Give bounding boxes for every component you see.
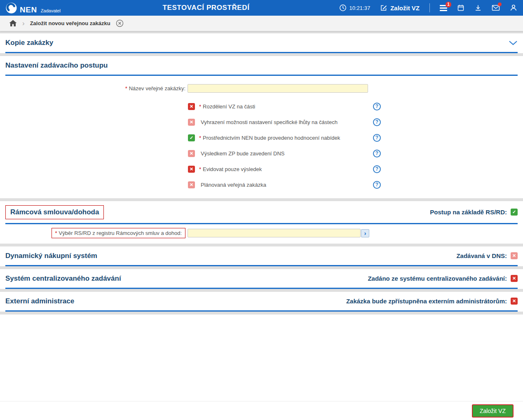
toggle-rozdeleni-vz: *Rozdělení VZ na části ?	[188, 99, 518, 114]
checkbox-cross-icon[interactable]	[188, 119, 195, 126]
toggle-hodnoceni-nen: *Prostřednictvím NEN bude provedeno hodn…	[188, 130, 518, 145]
section-header: Systém centralizovaného zadávání Zadáno …	[5, 269, 518, 289]
central-status-label: Zadáno ze systému centralizovaného zadáv…	[368, 275, 507, 282]
clock: 10:21:37	[339, 4, 371, 12]
checkbox-cross-icon[interactable]	[188, 150, 195, 157]
dns-status: Zadávaná v DNS:	[456, 252, 518, 259]
calendar-button[interactable]	[457, 4, 464, 12]
section-title-externi: Externí administrace	[5, 297, 74, 305]
status-cross-icon[interactable]	[511, 252, 518, 259]
user-button[interactable]	[510, 4, 517, 12]
nazev-vz-input[interactable]	[188, 84, 368, 93]
toggle-label: *Prostřednictvím NEN bude provedeno hodn…	[199, 135, 340, 141]
section-header: Kopie zakázky	[5, 33, 518, 53]
empty-content-area	[0, 314, 523, 401]
toggle-zavedeni-dns: Výsledkem ZP bude zavedení DNS ?	[188, 145, 518, 161]
menu-badge: 1	[446, 2, 451, 7]
status-cross-icon[interactable]	[511, 275, 518, 282]
toggle-label: Plánovaná veřejná zakázka	[199, 182, 266, 188]
nen-logo[interactable]: NEN Zadavatel	[6, 2, 61, 14]
rs-rd-label-text: Výběr RS/RD z registru Rámcových smluv a…	[59, 230, 182, 236]
section-header: Nastavení zadávacího postupu	[5, 56, 518, 76]
menu-button[interactable]: 1	[440, 5, 447, 11]
section-dns: Dynamický nákupní systém Zadávaná v DNS:	[0, 246, 523, 266]
checkbox-check-icon[interactable]	[188, 134, 195, 141]
messages-button[interactable]	[492, 5, 500, 11]
section-title-nastaveni: Nastavení zadávacího postupu	[5, 61, 108, 70]
section-title-kopie: Kopie zakázky	[5, 39, 53, 47]
rs-rd-input-group: ›	[188, 229, 369, 237]
ramcova-title-highlight: Rámcová smlouva/dohoda	[5, 205, 104, 219]
close-tab-button[interactable]	[116, 19, 124, 27]
toggle-label-text: Rozdělení VZ na části	[203, 103, 255, 110]
help-icon[interactable]: ?	[373, 181, 381, 189]
rs-rd-input[interactable]	[188, 229, 361, 237]
section-centralizovane-zadavani: Systém centralizovaného zadávání Zadáno …	[0, 269, 523, 289]
toggle-planovana-vz: Plánovaná veřejná zakázka ?	[188, 177, 518, 192]
header-divider	[429, 3, 430, 12]
section-externi-administrace: Externí administrace Zakázka bude zpříst…	[0, 292, 523, 312]
help-icon[interactable]: ?	[373, 103, 381, 110]
required-mark: *	[199, 166, 201, 172]
close-circle-icon	[116, 19, 124, 27]
checkbox-cross-icon[interactable]	[188, 166, 195, 173]
section-title-central: Systém centralizovaného zadávání	[5, 275, 121, 283]
toggle-evidovat-vysledek: *Evidovat pouze výsledek ?	[188, 161, 518, 177]
required-mark: *	[199, 135, 201, 141]
checkbox-cross-icon[interactable]	[188, 103, 195, 110]
nastaveni-form: * Název veřejné zakázky: *Rozdělení VZ n…	[5, 76, 518, 198]
nazev-vz-label-text: Název veřejné zakázky:	[129, 85, 185, 92]
externi-status-label: Zakázka bude zpřístupněna externím admin…	[346, 298, 507, 305]
home-button[interactable]	[9, 20, 17, 27]
toggle-label-text: Vyhrazení možnosti nastavení specifické …	[201, 119, 338, 125]
ramcova-status: Postup na základě RS/RD:	[430, 209, 518, 216]
section-ramcova-smlouva: Rámcová smlouva/dohoda Postup na základě…	[0, 201, 523, 244]
dns-status-label: Zadávaná v DNS:	[456, 252, 507, 259]
help-icon[interactable]: ?	[373, 165, 381, 173]
breadcrumb-current: Založit novou veřejnou zakázku	[30, 20, 110, 26]
help-icon[interactable]: ?	[373, 150, 381, 157]
ramcova-status-label: Postup na základě RS/RD:	[430, 209, 507, 216]
messages-badge-dot	[498, 2, 502, 6]
section-header: Dynamický nákupní systém Zadávaná v DNS:	[5, 246, 518, 266]
nazev-vz-row: * Název veřejné zakázky:	[5, 84, 518, 93]
toggle-label-text: Prostřednictvím NEN bude provedeno hodno…	[203, 135, 340, 141]
section-title-ramcova: Rámcová smlouva/dohoda	[10, 208, 99, 216]
app-header: NEN Zadavatel TESTOVACÍ PROSTŘEDÍ 10:21:…	[0, 0, 523, 16]
logo-subtitle: Zadavatel	[41, 9, 61, 14]
status-cross-icon[interactable]	[511, 298, 518, 305]
home-icon	[9, 20, 17, 27]
nen-logo-icon	[6, 2, 17, 14]
required-mark: *	[55, 230, 57, 236]
header-actions: 10:21:37 Založit VZ 1	[339, 3, 517, 12]
expand-section-button[interactable]	[509, 40, 518, 45]
toggle-vyhrazeni-lhuty: Vyhrazení možnosti nastavení specifické …	[188, 114, 518, 130]
page: NEN Zadavatel TESTOVACÍ PROSTŘEDÍ 10:21:…	[0, 0, 523, 420]
section-header: Rámcová smlouva/dohoda Postup na základě…	[5, 201, 518, 224]
header-create-vz-button[interactable]: Založit VZ	[380, 4, 420, 12]
ramcova-form: *Výběr RS/RD z registru Rámcových smluv …	[5, 224, 518, 244]
zalozit-vz-button[interactable]: Založit VZ	[472, 404, 514, 418]
download-icon	[474, 4, 482, 12]
rs-rd-label-cell: *Výběr RS/RD z registru Rámcových smluv …	[5, 228, 188, 238]
checkbox-cross-icon[interactable]	[188, 181, 195, 188]
download-button[interactable]	[474, 4, 482, 12]
page-footer: Založit VZ	[0, 401, 523, 420]
current-time: 10:21:37	[349, 5, 371, 11]
toggle-label-text: Plánovaná veřejná zakázka	[201, 182, 266, 188]
environment-title: TESTOVACÍ PROSTŘEDÍ	[162, 4, 249, 12]
section-nastaveni-postupu: Nastavení zadávacího postupu * Název veř…	[0, 56, 523, 198]
compose-icon	[380, 4, 387, 12]
toggle-label-text: Výsledkem ZP bude zavedení DNS	[201, 150, 285, 157]
help-icon[interactable]: ?	[373, 118, 381, 126]
status-check-icon[interactable]	[511, 209, 518, 216]
breadcrumb-separator-icon: ›	[22, 20, 25, 27]
required-mark: *	[199, 103, 201, 110]
open-rs-picker-button[interactable]: ›	[361, 229, 369, 237]
header-create-vz-label: Založit VZ	[390, 5, 420, 12]
help-icon[interactable]: ?	[373, 134, 381, 142]
logo-text: NEN	[20, 6, 37, 14]
toggle-label: Vyhrazení možnosti nastavení specifické …	[199, 119, 338, 125]
externi-status: Zakázka bude zpřístupněna externím admin…	[346, 298, 518, 305]
central-status: Zadáno ze systému centralizovaného zadáv…	[368, 275, 518, 282]
